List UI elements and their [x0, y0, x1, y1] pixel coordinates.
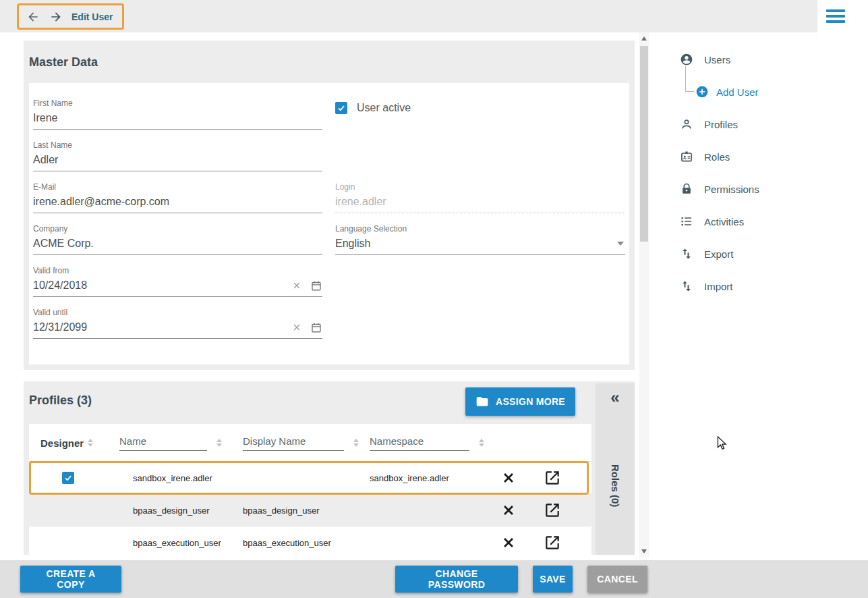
sidebar-item-label: Export	[704, 248, 733, 260]
first-name-value[interactable]: Irene	[33, 112, 322, 124]
person-outline-icon	[680, 117, 693, 131]
clear-date-icon[interactable]	[291, 280, 302, 291]
language-value[interactable]: English	[335, 238, 609, 250]
sidebar-item-label: Add User	[716, 86, 759, 98]
sidebar-item-roles[interactable]: Roles	[680, 140, 730, 173]
designer-checkbox[interactable]	[62, 462, 74, 494]
roles-collapsed-panel[interactable]: « Roles (0)	[596, 383, 635, 555]
main-content: Master Data First Name Irene User active…	[0, 32, 639, 560]
vertical-scrollbar[interactable]	[639, 32, 649, 558]
remove-profile-button[interactable]	[501, 494, 516, 526]
action-bar: CREATE A COPY CHANGE PASSWORD SAVE CANCE…	[0, 560, 868, 598]
first-name-field[interactable]: First Name Irene	[33, 99, 322, 130]
change-password-button[interactable]: CHANGE PASSWORD	[395, 566, 518, 593]
sidebar-item-add-user[interactable]: Add User	[695, 76, 759, 108]
save-button[interactable]: SAVE	[533, 566, 573, 593]
cancel-button[interactable]: CANCEL	[587, 566, 647, 593]
assign-more-button[interactable]: ASSIGN MORE	[465, 387, 575, 416]
email-value[interactable]: irene.adler@acme-corp.com	[33, 196, 322, 208]
scrollbar-thumb[interactable]	[640, 46, 648, 242]
sidebar-item-label: Roles	[704, 151, 730, 163]
sort-icon[interactable]	[216, 439, 222, 447]
valid-until-value[interactable]: 12/31/2099	[33, 321, 283, 333]
chevron-down-icon[interactable]	[617, 242, 624, 246]
column-header-namespace[interactable]: Namespace	[370, 424, 484, 462]
expand-panel-button[interactable]: «	[596, 389, 635, 406]
column-label[interactable]: Display Name	[243, 435, 344, 451]
sidebar-item-activities[interactable]: Activities	[680, 205, 744, 238]
language-label: Language Selection	[335, 224, 625, 234]
user-active-checkbox-row[interactable]: User active	[335, 102, 411, 114]
user-circle-icon	[680, 53, 693, 66]
sort-icon[interactable]	[479, 439, 484, 447]
sidebar-item-import[interactable]: Import	[680, 270, 733, 302]
forward-button[interactable]	[49, 9, 63, 24]
last-name-value[interactable]: Adler	[33, 154, 322, 166]
table-row-sandbox-irene-adler[interactable]: sandbox_irene.adler sandbox_irene.adler	[29, 462, 591, 494]
column-label[interactable]: Name	[119, 435, 207, 451]
column-label[interactable]: Namespace	[370, 435, 469, 451]
back-button[interactable]	[26, 9, 40, 24]
valid-until-field[interactable]: Valid until 12/31/2099	[33, 308, 322, 339]
calendar-icon[interactable]	[310, 321, 322, 333]
master-data-section: Master Data First Name Irene User active…	[24, 40, 635, 370]
remove-profile-button[interactable]	[501, 526, 516, 555]
open-profile-button[interactable]	[544, 462, 561, 494]
add-circle-icon	[695, 85, 709, 99]
checkmark-icon	[63, 473, 73, 483]
open-in-new-icon	[544, 534, 561, 551]
cell-display-name: bpaas_execution_user	[243, 526, 331, 555]
checkmark-icon	[337, 103, 346, 113]
clear-date-icon[interactable]	[291, 322, 302, 333]
login-field: Login irene.adler	[335, 182, 625, 213]
remove-x-icon	[501, 503, 516, 518]
last-name-label: Last Name	[33, 140, 322, 150]
import-export-icon	[680, 279, 693, 293]
language-select-field[interactable]: Language Selection English	[335, 224, 625, 255]
table-row-bpaas-execution-user[interactable]: bpaas_execution_user bpaas_execution_use…	[29, 526, 591, 555]
lock-icon	[680, 182, 693, 196]
sidebar-item-export[interactable]: Export	[680, 238, 733, 270]
profiles-section: Profiles (3) ASSIGN MORE Designer Name D…	[24, 381, 635, 555]
login-label: Login	[335, 182, 625, 192]
sidebar-item-label: Import	[704, 281, 733, 292]
column-header-display-name[interactable]: Display Name	[243, 424, 359, 462]
company-value[interactable]: ACME Corp.	[33, 238, 322, 250]
scroll-up-arrow-icon[interactable]	[641, 36, 647, 40]
column-header-name[interactable]: Name	[119, 424, 222, 462]
scroll-down-arrow-icon[interactable]	[641, 549, 647, 553]
navigation-sidebar: Users Add User Profiles Roles Permission…	[649, 32, 868, 560]
profiles-table: Designer Name Display Name Namespace	[29, 424, 591, 555]
tree-connector	[685, 66, 694, 92]
sort-icon[interactable]	[353, 439, 359, 447]
master-data-form: First Name Irene User active Last Name A…	[29, 83, 629, 364]
valid-until-label: Valid until	[33, 308, 322, 317]
open-profile-button[interactable]	[544, 494, 561, 526]
cell-name: bpaas_design_user	[133, 494, 209, 526]
calendar-icon[interactable]	[310, 279, 322, 292]
import-export-icon	[680, 247, 693, 261]
cell-name: bpaas_execution_user	[133, 526, 221, 555]
sidebar-item-permissions[interactable]: Permissions	[680, 173, 759, 205]
badge-icon	[680, 150, 693, 163]
profiles-title: Profiles (3)	[29, 393, 92, 408]
sort-icon[interactable]	[88, 439, 93, 447]
sidebar-item-label: Activities	[704, 216, 744, 227]
menu-button[interactable]	[817, 0, 868, 32]
remove-profile-button[interactable]	[501, 462, 516, 494]
open-in-new-icon	[544, 469, 561, 487]
create-copy-button[interactable]: CREATE A COPY	[20, 566, 121, 593]
sidebar-item-profiles[interactable]: Profiles	[680, 108, 738, 140]
table-row-bpaas-design-user[interactable]: bpaas_design_user bpaas_design_user	[29, 494, 591, 526]
top-bar: Edit User	[0, 0, 817, 32]
roles-panel-label[interactable]: Roles (0)	[610, 464, 621, 507]
last-name-field[interactable]: Last Name Adler	[33, 140, 322, 171]
user-active-checkbox[interactable]	[335, 102, 347, 114]
hamburger-icon	[826, 9, 845, 23]
arrow-forward-icon	[49, 10, 63, 24]
company-field[interactable]: Company ACME Corp.	[33, 224, 322, 255]
valid-from-value[interactable]: 10/24/2018	[33, 279, 283, 292]
valid-from-field[interactable]: Valid from 10/24/2018	[33, 266, 322, 297]
open-profile-button[interactable]	[544, 526, 561, 555]
email-field[interactable]: E-Mail irene.adler@acme-corp.com	[33, 182, 322, 213]
